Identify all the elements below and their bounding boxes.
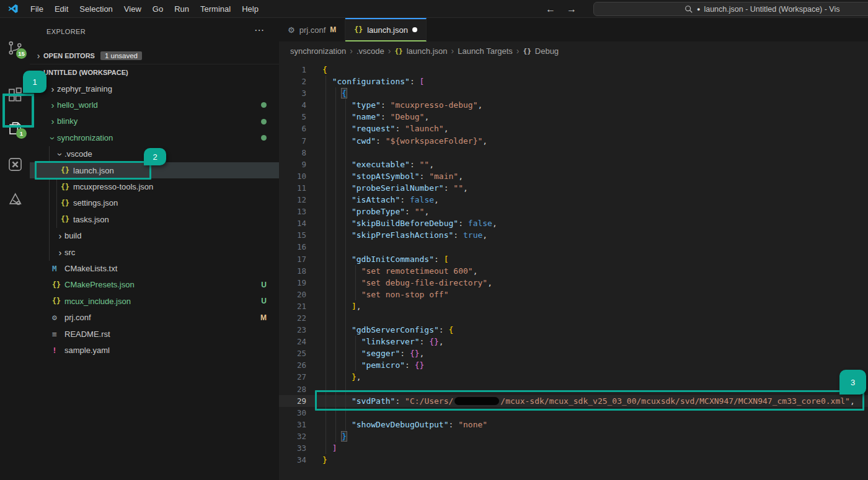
tree-item-sample-yaml[interactable]: !sample.yaml <box>30 342 279 358</box>
more-actions-icon[interactable]: ⋯ <box>254 24 265 36</box>
breadcrumb-item-synchronization[interactable]: synchronization <box>290 46 346 56</box>
tree-item-tasks-json[interactable]: {}tasks.json <box>30 211 279 227</box>
code-token: , <box>424 112 429 121</box>
object-icon: {} <box>523 47 531 55</box>
tree-item-label: tasks.json <box>73 215 109 224</box>
code-line-6[interactable]: 6 "request": "launch", <box>279 123 868 134</box>
code-token: {} <box>429 337 439 346</box>
code-line-8[interactable]: 8 <box>279 147 868 159</box>
mcuxpresso-tools-icon[interactable] <box>0 184 30 214</box>
menu-view[interactable]: View <box>118 2 147 16</box>
code-token: : <box>405 207 415 216</box>
breadcrumb-item-debug[interactable]: Debug <box>535 46 559 56</box>
code-line-3[interactable]: 3 { <box>279 87 868 99</box>
code-token <box>322 195 352 204</box>
code-line-4[interactable]: 4 "type": "mcuxpresso-debug", <box>279 99 868 111</box>
line-content: { <box>306 87 347 99</box>
nav-forward-icon[interactable]: → <box>567 4 577 15</box>
tab-prj-conf[interactable]: ⚙prj.confM <box>279 18 345 41</box>
tree-item-zephyr-training[interactable]: ›zephyr_training <box>30 81 279 97</box>
menu-go[interactable]: Go <box>147 2 169 16</box>
menu-help[interactable]: Help <box>236 2 264 16</box>
tree-item-build[interactable]: ›build <box>30 228 279 244</box>
tree-item-label: blinky <box>57 116 78 126</box>
tree-item-src[interactable]: ›src <box>30 244 279 260</box>
code-token <box>322 124 352 133</box>
code-line-18[interactable]: 18 "set remotetimeout 600", <box>279 265 868 277</box>
menu-selection[interactable]: Selection <box>74 2 118 16</box>
menu-edit[interactable]: Edit <box>49 2 74 16</box>
x-extension-icon[interactable] <box>0 149 30 179</box>
tree-item-mcux-include-json[interactable]: {}mcux_include.jsonU <box>30 293 279 309</box>
breadcrumb-item--vscode[interactable]: .vscode <box>356 46 384 56</box>
code-line-12[interactable]: 12 "isAttach": false, <box>279 194 868 206</box>
code-line-20[interactable]: 20 "set non-stop off" <box>279 289 868 300</box>
vscode-logo <box>7 3 19 14</box>
code-line-13[interactable]: 13 "probeType": "", <box>279 206 868 217</box>
code-line-17[interactable]: 17 "gdbInitCommands": [ <box>279 253 868 265</box>
menu-file[interactable]: File <box>25 2 49 16</box>
code-line-24[interactable]: 24 "linkserver": {}, <box>279 336 868 347</box>
code-line-11[interactable]: 11 "probeSerialNumber": "", <box>279 182 868 194</box>
code-line-25[interactable]: 25 "segger": {}, <box>279 347 868 359</box>
tree-item-label: README.rst <box>64 329 110 339</box>
tree-item-settings-json[interactable]: {}settings.json <box>30 195 279 211</box>
code-line-16[interactable]: 16 <box>279 241 868 253</box>
nav-back-icon[interactable]: ← <box>546 4 556 15</box>
code-token: : <box>453 230 463 240</box>
code-line-15[interactable]: 15 "skipPreFlashActions": true, <box>279 229 868 241</box>
code-line-33[interactable]: 33 ] <box>279 442 868 454</box>
line-content: "skipPreFlashActions": true, <box>306 229 487 241</box>
code-line-5[interactable]: 5 "name": "Debug", <box>279 111 868 123</box>
code-line-10[interactable]: 10 "stopAtSymbol": "main", <box>279 170 868 182</box>
code-line-21[interactable]: 21 ], <box>279 300 868 312</box>
code-token: "set debug-file-directory" <box>361 278 488 287</box>
code-line-2[interactable]: 2 "configurations": [ <box>279 76 868 87</box>
tree-item-mcuxpresso-tools-json[interactable]: {}mcuxpresso-tools.json <box>30 178 279 194</box>
line-content <box>306 241 322 253</box>
line-number: 29 <box>279 395 306 407</box>
code-line-1[interactable]: 1{ <box>279 64 868 76</box>
code-line-7[interactable]: 7 "cwd": "${workspaceFolder}", <box>279 135 868 147</box>
code-line-31[interactable]: 31 "showDevDebugOutput": "none" <box>279 419 868 430</box>
code-token <box>322 183 352 193</box>
breadcrumb-item-launch-json[interactable]: launch.json <box>407 46 448 56</box>
line-number: 30 <box>279 407 306 419</box>
menu-run[interactable]: Run <box>169 2 195 16</box>
command-center-search[interactable]: ● launch.json - Untitled (Workspace) - V… <box>593 2 868 16</box>
code-token <box>322 207 352 216</box>
code-line-34[interactable]: 34} <box>279 454 868 466</box>
code-line-22[interactable]: 22 <box>279 312 868 324</box>
code-line-14[interactable]: 14 "skipBuildBeforeDebug": false, <box>279 217 868 229</box>
indent-guide <box>335 87 336 442</box>
line-number: 1 <box>279 64 306 76</box>
workspace-section[interactable]: › UNTITLED (WORKSPACE) <box>30 64 279 81</box>
tree-item-cmakelists-txt[interactable]: MCMakeLists.txt <box>30 260 279 276</box>
tree-item-readme-rst[interactable]: ≡README.rst <box>30 326 279 342</box>
line-content: "cwd": "${workspaceFolder}", <box>306 135 487 147</box>
code-token: "set remotetimeout 600" <box>361 266 473 276</box>
line-number: 5 <box>279 111 306 123</box>
code-line-32[interactable]: 32 } <box>279 430 868 442</box>
code-line-23[interactable]: 23 "gdbServerConfigs": { <box>279 324 868 336</box>
line-number: 7 <box>279 135 306 147</box>
code-line-27[interactable]: 27 }, <box>279 371 868 383</box>
open-editors-section[interactable]: › OPEN EDITORS 1 unsaved <box>30 47 279 64</box>
code-line-9[interactable]: 9 "executable": "", <box>279 159 868 170</box>
breadcrumb-item-launch-targets[interactable]: Launch Targets <box>458 46 513 56</box>
json-icon: {} <box>394 47 402 55</box>
chevron-right-icon: › <box>48 100 57 110</box>
tree-item-synchronization[interactable]: ›synchronization <box>30 129 279 146</box>
tree-item-cmakepresets-json[interactable]: {}CMakePresets.jsonU <box>30 277 279 293</box>
tab-launch-json[interactable]: {}launch.json <box>345 18 427 41</box>
tree-item-prj-conf[interactable]: ⚙prj.confM <box>30 309 279 325</box>
tree-item-hello-world[interactable]: ›hello_world <box>30 97 279 113</box>
line-number: 20 <box>279 289 306 300</box>
code-token <box>322 219 352 228</box>
code-line-19[interactable]: 19 "set debug-file-directory", <box>279 277 868 289</box>
workspace-label: UNTITLED (WORKSPACE) <box>43 69 128 76</box>
menu-terminal[interactable]: Terminal <box>195 2 236 16</box>
code-line-26[interactable]: 26 "pemicro": {} <box>279 359 868 371</box>
source-control-icon[interactable]: 15 <box>0 33 30 63</box>
tree-item-blinky[interactable]: ›blinky <box>30 113 279 129</box>
